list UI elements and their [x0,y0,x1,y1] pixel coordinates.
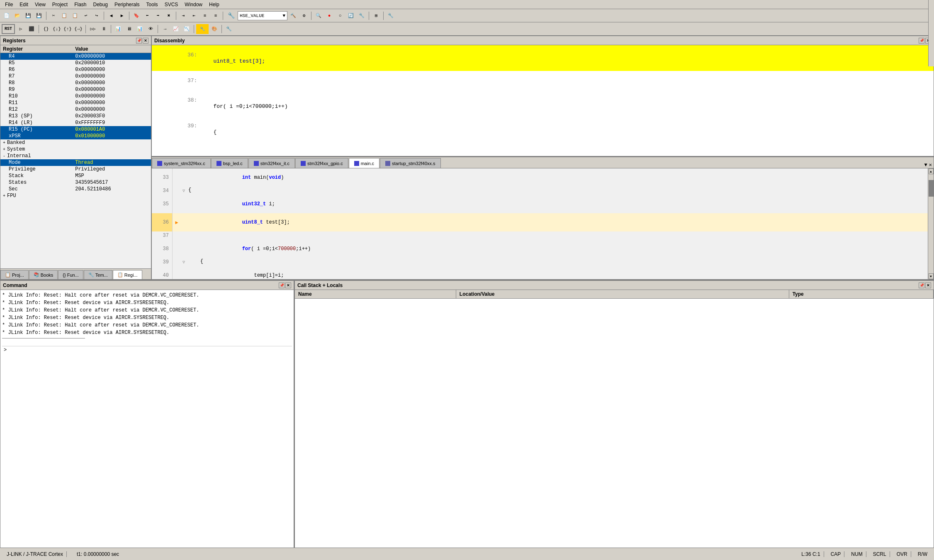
tab-system-stm32[interactable]: system_stm32f4xx.c [152,158,211,168]
reg-row[interactable]: R60x00000000 [0,66,151,73]
scroll-up-arrow[interactable]: ▲ [929,168,934,174]
tab-tem[interactable]: 🔧 Tem... [84,270,112,279]
rst-btn[interactable]: RST [2,24,15,34]
watch-btn[interactable]: 👁 [146,24,156,34]
disp2-btn[interactable]: 📊 [135,24,145,34]
reg-row[interactable]: States34359545617 [0,179,151,186]
stop-btn[interactable]: ⬛ [27,24,36,34]
menu-project[interactable]: Project [49,1,71,8]
run-btn[interactable]: ▷▷ [88,24,98,34]
reg-row[interactable]: PrivilegePrivileged [0,166,151,173]
save-btn[interactable]: 💾 [23,11,33,21]
refresh-btn[interactable]: 🔄 [346,11,356,21]
clear-bookmarks-btn[interactable]: ✖ [164,11,174,21]
reg-row[interactable]: +FPU [0,192,151,199]
reg-row[interactable]: +Banked [0,139,151,146]
editor-scrollbar[interactable]: ▲ ▼ [928,168,934,279]
menu-debug[interactable]: Debug [90,1,111,8]
menu-help[interactable]: Help [206,1,223,8]
disp-btn[interactable]: 🖥 [124,24,134,34]
tab-proj[interactable]: 📋 Proj... [0,270,29,279]
debug-btn[interactable]: ▷ [16,24,26,34]
reg-row[interactable]: R14 (LR)0xFFFFFFF9 [0,119,151,126]
reg-row[interactable]: StackMSP [0,173,151,179]
tab-list-icon[interactable]: ▼ [924,162,927,168]
tab-startup[interactable]: startup_stm32f40xx.s [380,158,441,168]
target-dropdown[interactable]: HSE_VALUE ▼ [238,11,287,20]
tab-fun[interactable]: {} Fun... [58,270,83,279]
tab-gpio[interactable]: stm32f4xx_gpio.c [295,158,348,168]
tab-main[interactable]: main.c [349,158,379,168]
reg-row[interactable]: R50x20000010 [0,60,151,66]
cs-close-btn[interactable]: ✕ [925,282,931,288]
reg-row[interactable]: R120x00000000 [0,106,151,113]
reg-row[interactable]: R15 (PC)0x080001A0 [0,126,151,133]
run-to-btn[interactable]: {→} [73,24,83,34]
cs-pin-btn[interactable]: 📌 [919,282,924,288]
nav-back-btn[interactable]: ◀ [106,11,116,21]
menu-tools[interactable]: Tools [143,1,161,8]
reg-row[interactable]: xPSR0x01000000 [0,133,151,139]
mem-btn[interactable]: 📊 [113,24,123,34]
step3-btn[interactable]: 📉 [182,24,192,34]
indent-btn[interactable]: ⇥ [178,11,188,21]
reg-row[interactable]: R90x00000000 [0,86,151,93]
redo-btn[interactable]: ↪ [92,11,102,21]
arrow-btn[interactable]: → [160,24,170,34]
grid-btn[interactable]: ⊞ [371,11,381,21]
config-btn[interactable]: 🔧 [196,24,209,34]
list-btn[interactable]: ≡ [200,11,210,21]
scroll-thumb[interactable] [929,180,934,197]
menu-view[interactable]: View [32,1,49,8]
bookmark-btn[interactable]: 🔖 [131,11,141,21]
tab-bsp-led[interactable]: bsp_led.c [211,158,248,168]
reg-row[interactable]: Sec204.52110486 [0,186,151,192]
nav-fwd-btn[interactable]: ▶ [117,11,127,21]
tool-btn[interactable]: 🔧 [386,11,396,21]
registers-pin-btn[interactable]: 📌 [136,38,142,44]
menu-edit[interactable]: Edit [16,1,32,8]
menu-peripherals[interactable]: Peripherals [111,1,143,8]
tab-close-icon[interactable]: ✕ [929,162,932,168]
palette-btn[interactable]: 🎨 [209,24,219,34]
scroll-down-arrow[interactable]: ▼ [929,273,934,279]
reg-row[interactable]: ModeThread [0,159,151,166]
cmd-pin-btn[interactable]: 📌 [279,282,285,288]
code-lines[interactable]: 33 int main(void) 34 ▽ { [152,168,928,279]
build-btn[interactable]: 🔨 [288,11,298,21]
reg-row[interactable]: +System [0,146,151,153]
open-btn[interactable]: 📂 [12,11,22,21]
menu-file[interactable]: File [2,1,16,8]
settings-btn[interactable]: ⚙ [299,11,309,21]
step-over-btn[interactable]: {} [41,24,51,34]
tab-regi[interactable]: 📋 Regi... [113,270,142,279]
reg-row[interactable]: R13 (SP)0x200003F0 [0,113,151,119]
paste-btn[interactable]: 📋 [70,11,80,21]
circle-btn[interactable]: ○ [335,11,345,21]
reg-row[interactable]: R100x00000000 [0,93,151,100]
reg-row[interactable]: R80x00000000 [0,80,151,86]
save-all-btn[interactable]: 💾 [34,11,44,21]
format-btn[interactable]: ≡ [211,11,221,21]
fold-34[interactable]: ▽ [181,187,187,195]
reg-row[interactable]: R110x00000000 [0,100,151,106]
outdent-btn[interactable]: ⇤ [189,11,199,21]
misc-btn[interactable]: 🔧 [357,11,367,21]
registers-scroll[interactable]: Register Value R40x00000000R50x20000010R… [0,45,151,268]
pause-btn[interactable]: ⏸ [99,24,109,34]
next-bookmark-btn[interactable]: ➡ [153,11,163,21]
menu-svcs[interactable]: SVCS [161,1,182,8]
disp3-btn[interactable]: 📈 [171,24,181,34]
registers-close-btn[interactable]: ✕ [143,38,148,44]
new-file-btn[interactable]: 📄 [2,11,12,21]
fold-39[interactable]: ▽ [181,258,187,266]
tab-books[interactable]: 📚 Books [29,270,58,279]
wrench-btn[interactable]: 🔧 [224,24,234,34]
cmd-close-btn[interactable]: ✕ [285,282,291,288]
disasm-pin-btn[interactable]: 📌 [919,38,924,44]
menu-flash[interactable]: Flash [71,1,90,8]
prev-bookmark-btn[interactable]: ⬅ [142,11,152,21]
menu-window[interactable]: Window [181,1,206,8]
tab-stm32-it[interactable]: stm32f4xx_it.c [248,158,295,168]
search-btn[interactable]: 🔍 [314,11,323,21]
